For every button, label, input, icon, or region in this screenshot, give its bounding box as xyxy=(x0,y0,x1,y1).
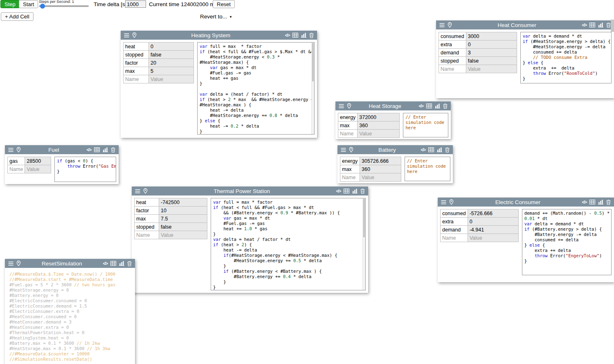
pin-icon[interactable] xyxy=(132,32,137,38)
var-value-cell[interactable]: -5726.666 xyxy=(468,209,518,218)
var-name-cell[interactable]: Name xyxy=(135,231,159,239)
code-editor[interactable]: // Enter simulation code here xyxy=(405,157,450,181)
reset-button[interactable]: Reset xyxy=(213,0,235,8)
var-name-cell[interactable]: max xyxy=(135,215,159,223)
code-text[interactable]: var full = max * factorif (heat < full &… xyxy=(211,198,365,290)
code-editor[interactable]: var full = max * factorif (heat < full &… xyxy=(211,198,366,290)
var-name-cell[interactable]: extra xyxy=(441,218,468,226)
var-value-cell[interactable]: 372000 xyxy=(358,113,400,121)
revert-to-dropdown[interactable]: Revert to... ▼ xyxy=(200,13,232,20)
var-value-cell[interactable]: 5 xyxy=(149,67,194,75)
var-name-cell[interactable]: Name xyxy=(124,75,149,83)
start-button[interactable]: Start xyxy=(19,0,38,8)
var-name-cell[interactable]: energy xyxy=(338,113,358,121)
var-name-cell[interactable]: Name xyxy=(338,130,358,138)
table-view-icon[interactable] xyxy=(426,103,432,108)
code-text[interactable]: // Enter simulation code here xyxy=(405,157,450,175)
table-view-icon[interactable] xyxy=(589,200,595,204)
var-value-cell[interactable]: -742500 xyxy=(159,198,207,207)
code-view-icon[interactable]: </> xyxy=(336,189,341,193)
menu-icon[interactable] xyxy=(341,148,346,152)
table-view-icon[interactable] xyxy=(428,147,434,152)
var-value-cell[interactable]: Value xyxy=(358,130,400,138)
table-view-icon[interactable] xyxy=(344,189,349,193)
var-name-cell[interactable]: heat xyxy=(124,43,149,51)
step-button[interactable]: Step xyxy=(0,0,20,8)
time-delta-input[interactable] xyxy=(125,0,146,8)
var-name-cell[interactable]: Name xyxy=(439,65,466,73)
var-value-cell[interactable]: false xyxy=(466,57,517,65)
var-name-cell[interactable]: Name xyxy=(8,165,25,173)
code-scrollbar[interactable] xyxy=(311,43,314,134)
var-value-cell[interactable]: Value xyxy=(149,75,194,83)
var-value-cell[interactable]: 28500 xyxy=(25,157,51,165)
steps-per-second-slider[interactable] xyxy=(39,5,89,7)
code-text[interactable]: if (gas < 0) { throw Error("Gas Empty")} xyxy=(55,157,116,175)
var-name-cell[interactable]: Name xyxy=(340,173,360,182)
chart-view-icon[interactable] xyxy=(119,261,124,266)
delete-cell-icon[interactable] xyxy=(309,33,314,38)
var-value-cell[interactable]: Value xyxy=(159,231,207,239)
var-name-cell[interactable]: max xyxy=(338,121,358,130)
var-value-cell[interactable]: 360 xyxy=(360,165,401,173)
var-name-cell[interactable]: factor xyxy=(135,207,159,215)
pin-icon[interactable] xyxy=(349,147,353,153)
pin-icon[interactable] xyxy=(347,103,351,109)
pin-icon[interactable] xyxy=(449,199,454,205)
code-view-icon[interactable]: </> xyxy=(421,148,425,152)
code-text[interactable]: demand += (Math.random() - 0.5) *0.01 * … xyxy=(522,209,611,265)
var-name-cell[interactable]: energy xyxy=(340,157,360,165)
menu-icon[interactable] xyxy=(339,104,344,108)
var-name-cell[interactable]: stopped xyxy=(135,223,159,231)
table-view-icon[interactable] xyxy=(589,22,595,27)
chart-view-icon[interactable] xyxy=(598,22,603,27)
code-editor[interactable]: var full = max * factorif (heat < full &… xyxy=(197,42,315,135)
var-value-cell[interactable]: 305726.666 xyxy=(360,157,401,165)
panel-header[interactable]: Electric Consumer </> xyxy=(438,198,614,207)
var-name-cell[interactable]: gas xyxy=(8,157,25,165)
var-value-cell[interactable]: Value xyxy=(466,65,517,73)
panel-header[interactable]: Heating System </> xyxy=(121,31,317,40)
var-value-cell[interactable]: 360 xyxy=(358,121,400,130)
var-value-cell[interactable]: 0 xyxy=(149,43,194,51)
panel-header[interactable]: Heat Storage </> xyxy=(335,101,451,110)
delete-cell-icon[interactable] xyxy=(445,147,450,153)
var-name-cell[interactable]: consumed xyxy=(441,209,468,218)
var-value-cell[interactable]: false xyxy=(149,51,194,59)
var-value-cell[interactable]: 10 xyxy=(159,207,207,215)
table-view-icon[interactable] xyxy=(94,147,100,152)
var-name-cell[interactable]: demand xyxy=(441,226,468,234)
var-name-cell[interactable]: consumed xyxy=(439,32,466,40)
var-name-cell[interactable]: extra xyxy=(439,40,466,49)
code-text[interactable]: var delta = demand * dtif (#HeatStorage.… xyxy=(521,32,611,83)
code-text[interactable]: // Enter simulation code here xyxy=(403,113,448,132)
menu-icon[interactable] xyxy=(8,148,13,152)
pin-icon[interactable] xyxy=(448,22,452,28)
page-scrollbar[interactable] xyxy=(611,20,614,32)
code-editor[interactable]: //#MeasureData.$.Time = Date.now() / 100… xyxy=(7,270,133,363)
var-value-cell[interactable]: false xyxy=(159,223,207,231)
delete-cell-icon[interactable] xyxy=(127,261,132,266)
panel-header[interactable]: Fuel </> xyxy=(5,145,119,154)
code-view-icon[interactable]: </> xyxy=(87,148,91,152)
delete-cell-icon[interactable] xyxy=(606,200,611,205)
chart-view-icon[interactable] xyxy=(301,33,306,38)
code-view-icon[interactable]: </> xyxy=(285,33,290,38)
var-name-cell[interactable]: max xyxy=(340,165,360,173)
code-text[interactable]: var full = max * factorif (heat < full &… xyxy=(198,43,314,135)
menu-icon[interactable] xyxy=(441,200,446,204)
chart-view-icon[interactable] xyxy=(103,147,108,152)
chart-view-icon[interactable] xyxy=(598,200,603,204)
var-name-cell[interactable]: stopped xyxy=(439,57,466,65)
var-value-cell[interactable]: 3000 xyxy=(466,32,517,40)
code-view-icon[interactable]: </> xyxy=(103,261,108,266)
var-name-cell[interactable]: factor xyxy=(124,59,149,67)
delete-cell-icon[interactable] xyxy=(111,147,115,153)
table-view-icon[interactable] xyxy=(110,261,116,266)
menu-icon[interactable] xyxy=(439,23,445,27)
code-view-icon[interactable]: </> xyxy=(582,23,587,27)
panel-header[interactable]: ResetSimulation </> xyxy=(5,259,135,268)
var-value-cell[interactable]: Value xyxy=(360,173,401,182)
code-scrollbar[interactable] xyxy=(362,198,365,290)
chart-view-icon[interactable] xyxy=(435,103,440,108)
